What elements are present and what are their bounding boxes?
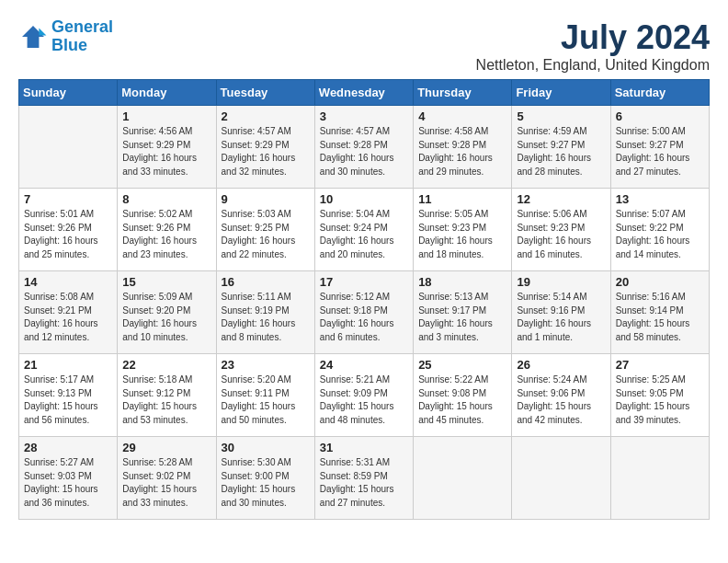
day-info: Sunrise: 5:06 AMSunset: 9:23 PMDaylight:… <box>517 208 605 261</box>
weekday-header-tuesday: Tuesday <box>216 80 314 106</box>
day-info: Sunrise: 5:09 AMSunset: 9:20 PMDaylight:… <box>122 291 210 344</box>
calendar-cell: 24Sunrise: 5:21 AMSunset: 9:09 PMDayligh… <box>314 354 413 437</box>
calendar-cell: 18Sunrise: 5:13 AMSunset: 9:17 PMDayligh… <box>414 271 512 354</box>
calendar-cell: 16Sunrise: 5:11 AMSunset: 9:19 PMDayligh… <box>216 271 314 354</box>
day-info: Sunrise: 4:56 AMSunset: 9:29 PMDaylight:… <box>122 125 210 178</box>
calendar-cell <box>414 437 512 520</box>
day-number: 20 <box>616 275 704 289</box>
day-number: 7 <box>24 192 112 206</box>
logo-blue: Blue <box>51 36 87 54</box>
day-info: Sunrise: 5:28 AMSunset: 9:02 PMDaylight:… <box>122 456 210 510</box>
day-info: Sunrise: 5:20 AMSunset: 9:11 PMDaylight:… <box>222 373 310 427</box>
day-number: 10 <box>320 192 408 206</box>
day-info: Sunrise: 5:14 AMSunset: 9:16 PMDaylight:… <box>517 291 605 344</box>
calendar-cell: 7Sunrise: 5:01 AMSunset: 9:26 PMDaylight… <box>19 189 118 271</box>
logo: General Blue <box>18 18 113 55</box>
day-info: Sunrise: 5:12 AMSunset: 9:18 PMDaylight:… <box>320 291 408 344</box>
day-info: Sunrise: 5:08 AMSunset: 9:21 PMDaylight:… <box>24 291 112 344</box>
weekday-header-monday: Monday <box>118 80 216 106</box>
calendar-cell <box>512 437 610 520</box>
day-info: Sunrise: 5:01 AMSunset: 9:26 PMDaylight:… <box>24 208 112 261</box>
calendar-cell: 28Sunrise: 5:27 AMSunset: 9:03 PMDayligh… <box>19 437 118 520</box>
day-info: Sunrise: 5:21 AMSunset: 9:09 PMDaylight:… <box>320 373 408 427</box>
day-info: Sunrise: 5:18 AMSunset: 9:12 PMDaylight:… <box>122 373 210 427</box>
svg-marker-1 <box>39 28 46 35</box>
day-number: 1 <box>122 109 210 123</box>
day-number: 18 <box>418 275 506 289</box>
calendar-cell: 21Sunrise: 5:17 AMSunset: 9:13 PMDayligh… <box>19 354 118 437</box>
calendar-cell <box>19 106 118 189</box>
month-year: July 2024 <box>476 18 710 57</box>
day-info: Sunrise: 5:30 AMSunset: 9:00 PMDaylight:… <box>222 456 310 510</box>
day-number: 9 <box>222 192 310 206</box>
weekday-header-row: SundayMondayTuesdayWednesdayThursdayFrid… <box>19 80 710 106</box>
calendar-cell: 2Sunrise: 4:57 AMSunset: 9:29 PMDaylight… <box>216 106 314 189</box>
logo-text: General Blue <box>51 18 113 55</box>
weekday-header-saturday: Saturday <box>610 80 709 106</box>
day-number: 26 <box>517 358 605 372</box>
day-info: Sunrise: 4:59 AMSunset: 9:27 PMDaylight:… <box>517 125 605 178</box>
day-info: Sunrise: 5:07 AMSunset: 9:22 PMDaylight:… <box>616 208 704 261</box>
day-number: 5 <box>517 109 605 123</box>
day-info: Sunrise: 5:16 AMSunset: 9:14 PMDaylight:… <box>616 291 704 344</box>
day-number: 28 <box>24 441 112 454</box>
day-number: 15 <box>122 275 210 289</box>
weekday-header-wednesday: Wednesday <box>314 80 413 106</box>
weekday-header-thursday: Thursday <box>414 80 512 106</box>
day-number: 31 <box>320 441 408 454</box>
calendar-cell: 6Sunrise: 5:00 AMSunset: 9:27 PMDaylight… <box>610 106 709 189</box>
day-number: 30 <box>222 441 310 454</box>
day-number: 27 <box>616 358 704 372</box>
calendar-cell: 4Sunrise: 4:58 AMSunset: 9:28 PMDaylight… <box>414 106 512 189</box>
calendar-table: SundayMondayTuesdayWednesdayThursdayFrid… <box>18 79 710 520</box>
day-info: Sunrise: 5:11 AMSunset: 9:19 PMDaylight:… <box>222 291 310 344</box>
day-info: Sunrise: 5:03 AMSunset: 9:25 PMDaylight:… <box>222 208 310 261</box>
logo-general: General <box>51 17 113 36</box>
day-number: 14 <box>24 275 112 289</box>
day-number: 6 <box>616 109 704 123</box>
calendar-cell: 20Sunrise: 5:16 AMSunset: 9:14 PMDayligh… <box>610 271 709 354</box>
calendar-cell: 27Sunrise: 5:25 AMSunset: 9:05 PMDayligh… <box>610 354 709 437</box>
day-info: Sunrise: 5:02 AMSunset: 9:26 PMDaylight:… <box>122 208 210 261</box>
day-number: 4 <box>418 109 506 123</box>
logo-icon <box>18 22 48 52</box>
week-row-2: 14Sunrise: 5:08 AMSunset: 9:21 PMDayligh… <box>19 271 710 354</box>
day-number: 22 <box>122 358 210 372</box>
day-info: Sunrise: 5:17 AMSunset: 9:13 PMDaylight:… <box>24 373 112 427</box>
day-number: 16 <box>222 275 310 289</box>
calendar-cell: 25Sunrise: 5:22 AMSunset: 9:08 PMDayligh… <box>414 354 512 437</box>
day-info: Sunrise: 5:05 AMSunset: 9:23 PMDaylight:… <box>418 208 506 261</box>
calendar-cell: 5Sunrise: 4:59 AMSunset: 9:27 PMDaylight… <box>512 106 610 189</box>
calendar-cell: 29Sunrise: 5:28 AMSunset: 9:02 PMDayligh… <box>118 437 216 520</box>
calendar-cell: 15Sunrise: 5:09 AMSunset: 9:20 PMDayligh… <box>118 271 216 354</box>
week-row-0: 1Sunrise: 4:56 AMSunset: 9:29 PMDaylight… <box>19 106 710 189</box>
day-info: Sunrise: 5:22 AMSunset: 9:08 PMDaylight:… <box>418 373 506 427</box>
day-number: 8 <box>122 192 210 206</box>
day-number: 21 <box>24 358 112 372</box>
header: General Blue July 2024 Nettleton, Englan… <box>18 18 710 74</box>
calendar-cell: 26Sunrise: 5:24 AMSunset: 9:06 PMDayligh… <box>512 354 610 437</box>
calendar-cell: 3Sunrise: 4:57 AMSunset: 9:28 PMDaylight… <box>314 106 413 189</box>
day-info: Sunrise: 5:31 AMSunset: 8:59 PMDaylight:… <box>320 456 408 510</box>
week-row-3: 21Sunrise: 5:17 AMSunset: 9:13 PMDayligh… <box>19 354 710 437</box>
calendar-cell: 8Sunrise: 5:02 AMSunset: 9:26 PMDaylight… <box>118 189 216 271</box>
day-info: Sunrise: 5:25 AMSunset: 9:05 PMDaylight:… <box>616 373 704 427</box>
calendar-cell: 1Sunrise: 4:56 AMSunset: 9:29 PMDaylight… <box>118 106 216 189</box>
weekday-header-sunday: Sunday <box>19 80 118 106</box>
day-info: Sunrise: 4:58 AMSunset: 9:28 PMDaylight:… <box>418 125 506 178</box>
day-info: Sunrise: 5:13 AMSunset: 9:17 PMDaylight:… <box>418 291 506 344</box>
day-number: 13 <box>616 192 704 206</box>
calendar-cell: 22Sunrise: 5:18 AMSunset: 9:12 PMDayligh… <box>118 354 216 437</box>
day-info: Sunrise: 5:27 AMSunset: 9:03 PMDaylight:… <box>24 456 112 510</box>
calendar-cell: 11Sunrise: 5:05 AMSunset: 9:23 PMDayligh… <box>414 189 512 271</box>
calendar-cell: 13Sunrise: 5:07 AMSunset: 9:22 PMDayligh… <box>610 189 709 271</box>
week-row-4: 28Sunrise: 5:27 AMSunset: 9:03 PMDayligh… <box>19 437 710 520</box>
calendar-cell: 31Sunrise: 5:31 AMSunset: 8:59 PMDayligh… <box>314 437 413 520</box>
day-info: Sunrise: 5:24 AMSunset: 9:06 PMDaylight:… <box>517 373 605 427</box>
calendar-cell: 17Sunrise: 5:12 AMSunset: 9:18 PMDayligh… <box>314 271 413 354</box>
day-number: 11 <box>418 192 506 206</box>
day-number: 23 <box>222 358 310 372</box>
svg-marker-0 <box>22 26 44 48</box>
week-row-1: 7Sunrise: 5:01 AMSunset: 9:26 PMDaylight… <box>19 189 710 271</box>
calendar-cell: 14Sunrise: 5:08 AMSunset: 9:21 PMDayligh… <box>19 271 118 354</box>
